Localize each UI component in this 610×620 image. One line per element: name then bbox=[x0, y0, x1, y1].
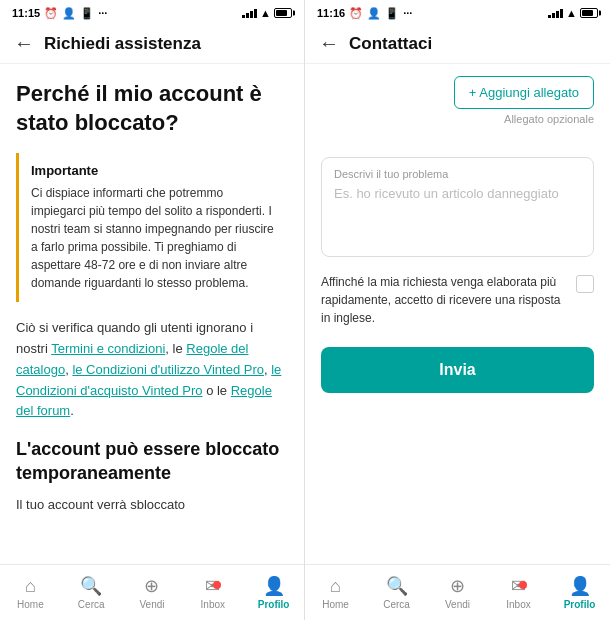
nav-vendi-right[interactable]: ⊕ Vendi bbox=[427, 565, 488, 620]
header-title-left: Richiedi assistenza bbox=[44, 34, 201, 54]
header-right: ← Contattaci bbox=[305, 24, 610, 64]
person-icon-r: 👤 bbox=[367, 7, 381, 20]
battery-icon-r bbox=[580, 8, 598, 18]
attachment-hint: Allegato opzionale bbox=[504, 113, 594, 125]
back-button-left[interactable]: ← bbox=[14, 32, 34, 55]
signal-bars bbox=[242, 9, 257, 18]
whatsapp-icon: 📱 bbox=[80, 7, 94, 20]
nav-cerca-label-left: Cerca bbox=[78, 599, 105, 610]
inbox-icon: ✉ bbox=[205, 575, 220, 597]
time-right: 11:16 bbox=[317, 7, 345, 19]
pro-conditions-link[interactable]: le Condizioni d'utilizzo Vinted Pro bbox=[72, 362, 264, 377]
nav-cerca-label-right: Cerca bbox=[383, 599, 410, 610]
important-box: Importante Ci dispiace informarti che po… bbox=[16, 153, 288, 302]
nav-profilo-right[interactable]: 👤 Profilo bbox=[549, 565, 610, 620]
more-icon-r: ··· bbox=[403, 7, 412, 19]
left-screen: 11:15 ⏰ 👤 📱 ··· ▲ ← Richiedi assistenza … bbox=[0, 0, 305, 620]
nav-home-right[interactable]: ⌂ Home bbox=[305, 565, 366, 620]
nav-profilo-label-left: Profilo bbox=[258, 599, 290, 610]
inbox-badge-right bbox=[519, 581, 527, 589]
nav-profilo-label-right: Profilo bbox=[564, 599, 596, 610]
problem-input-box[interactable]: Descrivi il tuo problema Es. ho ricevuto… bbox=[321, 157, 594, 257]
problem-placeholder: Es. ho ricevuto un articolo danneggiato bbox=[334, 186, 581, 201]
header-left: ← Richiedi assistenza bbox=[0, 24, 304, 64]
status-bar-left: 11:15 ⏰ 👤 📱 ··· ▲ bbox=[0, 0, 304, 24]
consent-checkbox[interactable] bbox=[576, 275, 594, 293]
page-title-left: Perché il mio account è stato bloccato? bbox=[16, 80, 288, 137]
nav-home-label-left: Home bbox=[17, 599, 44, 610]
add-icon-r: ⊕ bbox=[450, 575, 465, 597]
nav-home-label-right: Home bbox=[322, 599, 349, 610]
consent-row: Affinché la mia richiesta venga elaborat… bbox=[321, 273, 594, 327]
search-icon-r: 🔍 bbox=[386, 575, 408, 597]
nav-inbox-left[interactable]: ✉ Inbox bbox=[182, 565, 243, 620]
consent-text: Affinché la mia richiesta venga elaborat… bbox=[321, 273, 566, 327]
bottom-nav-left: ⌂ Home 🔍 Cerca ⊕ Vendi ✉ Inbox 👤 Profilo bbox=[0, 564, 304, 620]
nav-inbox-right[interactable]: ✉ Inbox bbox=[488, 565, 549, 620]
right-content: + Aggiungi allegato Allegato opzionale D… bbox=[305, 64, 610, 564]
nav-vendi-label-right: Vendi bbox=[445, 599, 470, 610]
add-icon: ⊕ bbox=[144, 575, 159, 597]
nav-cerca-right[interactable]: 🔍 Cerca bbox=[366, 565, 427, 620]
wifi-icon-r: ▲ bbox=[566, 7, 577, 19]
attachment-button[interactable]: + Aggiungi allegato bbox=[454, 76, 594, 109]
nav-profilo-left[interactable]: 👤 Profilo bbox=[243, 565, 304, 620]
person-icon: 👤 bbox=[62, 7, 76, 20]
nav-inbox-label-left: Inbox bbox=[201, 599, 225, 610]
nav-inbox-label-right: Inbox bbox=[506, 599, 530, 610]
right-screen: 11:16 ⏰ 👤 📱 ··· ▲ ← Contattaci + Aggiung… bbox=[305, 0, 610, 620]
nav-cerca-left[interactable]: 🔍 Cerca bbox=[61, 565, 122, 620]
left-content: Perché il mio account è stato bloccato? … bbox=[0, 64, 304, 564]
bottom-nav-right: ⌂ Home 🔍 Cerca ⊕ Vendi ✉ Inbox 👤 Profilo bbox=[305, 564, 610, 620]
inbox-icon-r: ✉ bbox=[511, 575, 526, 597]
section-title-left: L'account può essere bloccato temporanea… bbox=[16, 438, 288, 485]
home-icon-r: ⌂ bbox=[330, 576, 341, 597]
alarm-icon-r: ⏰ bbox=[349, 7, 363, 20]
alarm-icon: ⏰ bbox=[44, 7, 58, 20]
nav-vendi-left[interactable]: ⊕ Vendi bbox=[122, 565, 183, 620]
status-bar-right: 11:16 ⏰ 👤 📱 ··· ▲ bbox=[305, 0, 610, 24]
profile-icon-r: 👤 bbox=[569, 575, 591, 597]
body-text-left: Ciò si verifica quando gli utenti ignora… bbox=[16, 318, 288, 422]
inbox-badge-left bbox=[213, 581, 221, 589]
signal-bars-r bbox=[548, 9, 563, 18]
time-left: 11:15 bbox=[12, 7, 40, 19]
problem-label: Descrivi il tuo problema bbox=[334, 168, 581, 180]
whatsapp-icon-r: 📱 bbox=[385, 7, 399, 20]
terms-link[interactable]: Termini e condizioni bbox=[51, 341, 165, 356]
important-text: Ci dispiace informarti che potremmo impi… bbox=[31, 184, 276, 292]
search-icon: 🔍 bbox=[80, 575, 102, 597]
back-button-right[interactable]: ← bbox=[319, 32, 339, 55]
battery-icon bbox=[274, 8, 292, 18]
more-icon: ··· bbox=[98, 7, 107, 19]
nav-vendi-label-left: Vendi bbox=[139, 599, 164, 610]
home-icon: ⌂ bbox=[25, 576, 36, 597]
nav-home-left[interactable]: ⌂ Home bbox=[0, 565, 61, 620]
profile-icon: 👤 bbox=[263, 575, 285, 597]
submit-button[interactable]: Invia bbox=[321, 347, 594, 393]
section-body-left: Il tuo account verrà sbloccato bbox=[16, 495, 288, 516]
important-title: Importante bbox=[31, 163, 276, 178]
wifi-icon: ▲ bbox=[260, 7, 271, 19]
header-title-right: Contattaci bbox=[349, 34, 432, 54]
